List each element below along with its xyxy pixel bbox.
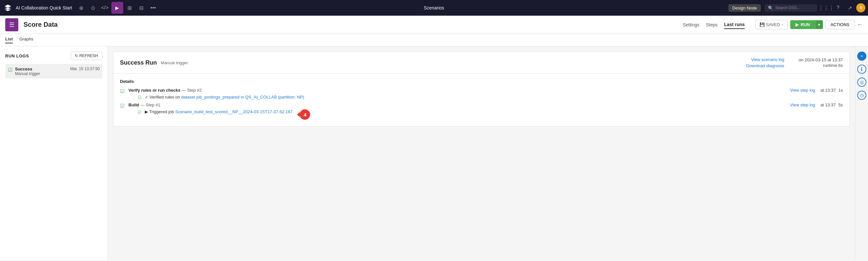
tab-settings[interactable]: Settings bbox=[683, 21, 700, 29]
right-panel: ＋ ℹ ◎ ◷ bbox=[855, 46, 868, 260]
run-header-links: View scenario log Download diagnosis bbox=[746, 57, 784, 68]
sidebar-header: Run logs ↻ REFRESH bbox=[5, 51, 102, 60]
run-play-icon: ▶ bbox=[796, 22, 799, 27]
design-node-button[interactable]: Design Node bbox=[728, 4, 761, 12]
run-card: Success Run Manual trigger View scenario… bbox=[113, 51, 850, 126]
code-icon[interactable]: </> bbox=[100, 3, 110, 13]
download-diagnosis-link[interactable]: Download diagnosis bbox=[746, 63, 784, 68]
help-icon[interactable]: ? bbox=[833, 3, 843, 13]
step-verify-rules: ☑ Verify rules or run checks — Step #2 V… bbox=[120, 88, 843, 100]
success-check-icon: ☑ bbox=[8, 67, 12, 73]
step1-duration: 1s bbox=[838, 88, 843, 92]
layers-icon[interactable]: ⊞ bbox=[125, 3, 135, 13]
refresh-icon: ↻ bbox=[75, 53, 78, 58]
view-scenario-log-link[interactable]: View scenario log bbox=[751, 57, 784, 62]
run-list-item[interactable]: ☑ Success Manual trigger Mar. 15 13:37:5… bbox=[5, 64, 102, 79]
share-icon[interactable]: ⊕ bbox=[76, 3, 87, 13]
tab-graphs[interactable]: Graphs bbox=[19, 37, 33, 43]
run-item-date: Mar. 15 13:37:50 bbox=[70, 67, 100, 71]
step2-main: Build — Step #1 View step log at 13:37 5… bbox=[128, 103, 843, 120]
sidebar: Run logs ↻ REFRESH ☑ Success Manual trig… bbox=[0, 46, 108, 260]
analytics-icon[interactable]: ↗ bbox=[844, 3, 855, 13]
run-datetime: on 2024-03-15 at 13:37 bbox=[799, 58, 843, 62]
clock-panel-icon[interactable]: ◷ bbox=[857, 91, 866, 100]
third-bar: List Graphs bbox=[0, 34, 868, 46]
scenarios-label: Scenarios bbox=[424, 5, 444, 10]
step2-check-icon: ☑ bbox=[120, 103, 125, 109]
badge-4: 4 bbox=[300, 109, 310, 120]
target-icon[interactable]: ⊙ bbox=[88, 3, 98, 13]
tab-list[interactable]: List bbox=[5, 37, 13, 43]
run-meta: on 2024-03-15 at 13:37 runtime 6s bbox=[799, 58, 843, 68]
step1-view-log-link[interactable]: View step log bbox=[790, 88, 815, 92]
details-title: Details bbox=[120, 79, 843, 84]
search-placeholder: Search DSS... bbox=[775, 5, 800, 10]
substep2-check-icon: ☑ bbox=[137, 110, 142, 114]
step1-main: Verify rules or run checks — Step #2 Vie… bbox=[128, 88, 843, 100]
run-button[interactable]: ▶ RUN bbox=[790, 20, 815, 29]
second-bar: ☰ Score Data Settings Steps Last runs 💾 … bbox=[0, 16, 868, 34]
hamburger-button[interactable]: ☰ bbox=[5, 18, 18, 31]
info-panel-icon[interactable]: ℹ bbox=[857, 65, 866, 74]
grid-icon[interactable]: ⊟ bbox=[136, 3, 147, 13]
search-panel-icon[interactable]: ◎ bbox=[857, 78, 866, 87]
step2-view-log-link[interactable]: View step log bbox=[790, 103, 815, 107]
search-icon: 🔍 bbox=[768, 5, 773, 10]
search-box[interactable]: 🔍 Search DSS... bbox=[765, 4, 817, 12]
step1-time: at 13:37 bbox=[820, 88, 836, 92]
step-build: ☑ Build — Step #1 View step log at 13:37… bbox=[120, 103, 843, 120]
run-title: Success Run bbox=[120, 60, 157, 66]
step2-name: Build — Step #1 bbox=[128, 103, 160, 107]
badge-arrow-4 bbox=[294, 112, 300, 117]
details-section: Details ☑ Verify rules or run checks — S… bbox=[114, 74, 849, 126]
saved-button[interactable]: 💾 SAVED ↑ bbox=[755, 20, 787, 29]
step2-sub-step: ☑ ▶ Triggered job Scenario_build_test_sc… bbox=[128, 109, 843, 120]
step1-check-icon: ☑ bbox=[120, 88, 125, 94]
second-bar-tabs: Settings Steps Last runs bbox=[683, 21, 744, 29]
refresh-button[interactable]: ↻ REFRESH bbox=[70, 51, 102, 60]
substep1-dataset-link[interactable]: dataset job_postings_prepared in QS_AI_C… bbox=[181, 95, 304, 100]
add-panel-icon[interactable]: ＋ bbox=[857, 51, 866, 61]
run-trigger-text: Manual trigger bbox=[161, 60, 188, 65]
page-title: Score Data bbox=[24, 21, 678, 28]
grid-apps-icon[interactable]: ⋮⋮⋮ bbox=[821, 3, 831, 13]
save-icon: 💾 bbox=[760, 22, 765, 27]
run-runtime: runtime 6s bbox=[823, 63, 843, 68]
run-button-group: ▶ RUN ▾ bbox=[790, 20, 823, 29]
top-right-icons: ⋮⋮⋮ ? ↗ S bbox=[821, 3, 865, 13]
run-trigger-label: Manual trigger bbox=[15, 71, 40, 76]
substep1-check-icon: ☑ bbox=[137, 95, 142, 100]
run-header: Success Run Manual trigger View scenario… bbox=[114, 52, 849, 74]
step2-time: at 13:37 bbox=[820, 103, 836, 107]
run-item-info: Success Manual trigger bbox=[15, 67, 40, 76]
play-button[interactable]: ▶ bbox=[112, 2, 123, 14]
back-arrow-icon[interactable]: ← bbox=[857, 21, 863, 28]
second-bar-actions: 💾 SAVED ↑ ▶ RUN ▾ ACTIONS ← bbox=[755, 20, 863, 29]
substep2-job-link[interactable]: Scenario_build_test_scored__NP__2024-03-… bbox=[175, 109, 292, 114]
actions-button[interactable]: ACTIONS bbox=[826, 20, 854, 29]
run-status-label: Success bbox=[15, 67, 40, 71]
substep2-text: ▶ Triggered job Scenario_build_test_scor… bbox=[145, 109, 292, 114]
right-content: Success Run Manual trigger View scenario… bbox=[108, 46, 855, 260]
step1-sub-step: ☑ ✓ Verified rules on dataset job_postin… bbox=[128, 95, 843, 100]
run-logs-title: Run logs bbox=[5, 53, 29, 59]
run-dropdown-arrow[interactable]: ▾ bbox=[815, 20, 823, 29]
more-icon[interactable]: ••• bbox=[148, 3, 158, 13]
user-avatar[interactable]: S bbox=[856, 3, 865, 12]
tab-steps[interactable]: Steps bbox=[706, 21, 718, 29]
substep1-text: ✓ Verified rules on dataset job_postings… bbox=[145, 95, 304, 100]
step1-name: Verify rules or run checks — Step #2 bbox=[128, 88, 202, 92]
tab-last-runs[interactable]: Last runs bbox=[724, 21, 745, 29]
main-content: Run logs ↻ REFRESH ☑ Success Manual trig… bbox=[0, 46, 868, 260]
project-name: AI Collaboration Quick Start bbox=[16, 5, 72, 10]
app-logo[interactable] bbox=[3, 3, 13, 13]
step2-duration: 5s bbox=[838, 103, 843, 107]
callout-4: 4 bbox=[300, 109, 310, 120]
top-nav: AI Collaboration Quick Start ⊕ ⊙ </> ▶ ⊞… bbox=[0, 0, 868, 16]
